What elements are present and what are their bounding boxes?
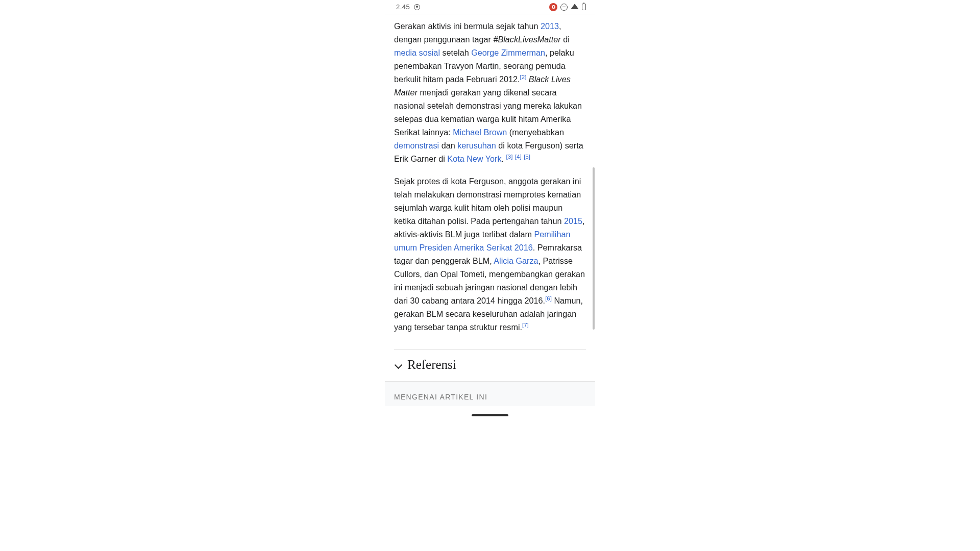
scrollbar-thumb[interactable] bbox=[593, 167, 595, 330]
reference-7[interactable]: [7] bbox=[522, 322, 529, 328]
reference-2[interactable]: [2] bbox=[520, 74, 527, 80]
text: Gerakan aktivis ini bermula sejak tahun bbox=[394, 21, 541, 31]
reference-4[interactable]: [4] bbox=[515, 154, 522, 160]
reference-3[interactable]: [3] bbox=[506, 154, 513, 160]
link-2013[interactable]: 2013 bbox=[541, 21, 559, 31]
hashtag-text: #BlackLivesMatter bbox=[493, 35, 560, 44]
gesture-nav-handle[interactable] bbox=[472, 414, 508, 416]
text: di bbox=[561, 35, 570, 44]
focus-mode-icon bbox=[414, 4, 420, 10]
chevron-down-icon bbox=[394, 361, 401, 368]
link-alicia-garza[interactable]: Alicia Garza bbox=[494, 256, 538, 265]
battery-icon bbox=[582, 4, 586, 10]
article-scroll-region[interactable]: Gerakan aktivis ini bermula sejak tahun … bbox=[385, 14, 595, 418]
status-bar: 2.45 bbox=[385, 0, 595, 14]
link-media-sosial[interactable]: media sosial bbox=[394, 48, 440, 57]
about-article-label: MENGENAI ARTIKEL INI bbox=[394, 393, 586, 401]
paragraph-1: Gerakan aktivis ini bermula sejak tahun … bbox=[394, 19, 586, 165]
link-demonstrasi[interactable]: demonstrasi bbox=[394, 141, 439, 150]
reference-6[interactable]: [6] bbox=[545, 295, 552, 302]
text: (menyebabkan bbox=[507, 128, 564, 137]
wifi-icon bbox=[571, 4, 579, 9]
about-article-block[interactable]: MENGENAI ARTIKEL INI bbox=[385, 381, 595, 406]
references-title: Referensi bbox=[407, 358, 456, 372]
link-michael-brown[interactable]: Michael Brown bbox=[453, 128, 507, 137]
link-kerusuhan[interactable]: kerusuhan bbox=[457, 141, 496, 150]
status-time: 2.45 bbox=[396, 3, 410, 11]
link-george-zimmerman[interactable]: George Zimmerman bbox=[471, 48, 545, 57]
references-section-header[interactable]: Referensi bbox=[385, 349, 595, 381]
article-body: Gerakan aktivis ini bermula sejak tahun … bbox=[385, 14, 595, 349]
reference-5[interactable]: [5] bbox=[524, 154, 530, 160]
app-window: 2.45 Gerakan aktivis ini bermula sejak t… bbox=[385, 0, 595, 418]
screen-record-icon bbox=[549, 3, 557, 11]
status-left: 2.45 bbox=[396, 3, 420, 11]
text: setelah bbox=[440, 48, 471, 57]
link-kota-new-york[interactable]: Kota New York bbox=[447, 154, 501, 163]
paragraph-2: Sejak protes di kota Ferguson, anggota g… bbox=[394, 174, 586, 334]
text: dan bbox=[439, 141, 457, 150]
do-not-disturb-icon bbox=[560, 4, 568, 11]
text: . bbox=[502, 154, 506, 163]
status-right bbox=[549, 3, 586, 11]
text: Sejak protes di kota Ferguson, anggota g… bbox=[394, 177, 581, 226]
link-2015[interactable]: 2015 bbox=[564, 216, 582, 226]
